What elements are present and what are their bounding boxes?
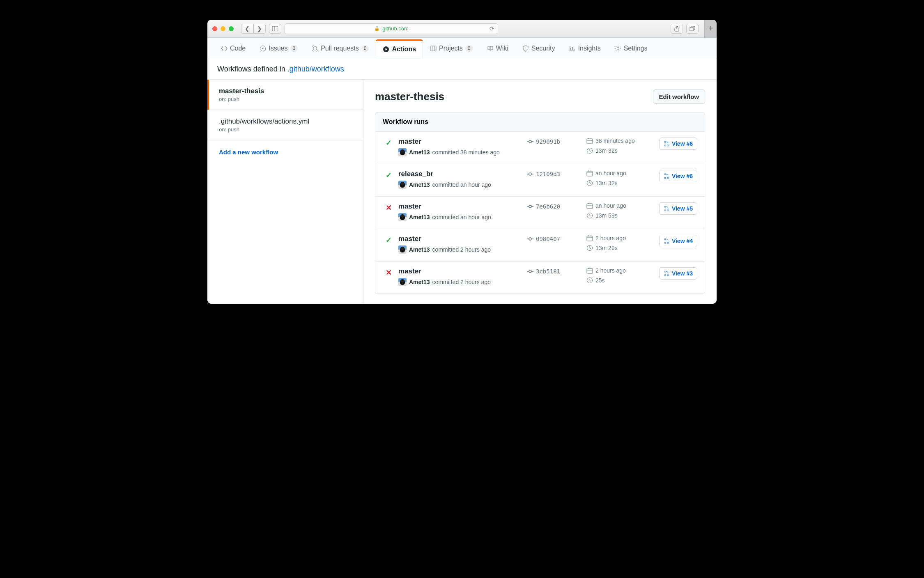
author-link[interactable]: Amet13 — [409, 181, 430, 188]
avatar[interactable] — [398, 213, 407, 221]
svg-point-36 — [667, 177, 669, 179]
graph-icon — [569, 45, 576, 52]
branch-name[interactable]: master — [398, 235, 523, 243]
workflow-title: master-thesis — [375, 90, 444, 103]
svg-rect-29 — [587, 171, 593, 176]
sidebar-workflow-sub: on: push — [219, 126, 353, 133]
traffic-lights — [212, 26, 234, 31]
avatar[interactable] — [398, 245, 407, 254]
svg-point-58 — [667, 242, 669, 244]
run-info: release_br Amet13 committed an hour ago — [398, 170, 523, 189]
add-workflow-link[interactable]: Add a new workflow — [207, 140, 363, 164]
tab-insights-label: Insights — [578, 45, 601, 52]
commit-sha[interactable]: 7e6b620 — [527, 203, 582, 210]
author-link[interactable]: Amet13 — [409, 279, 430, 285]
svg-point-56 — [664, 239, 666, 240]
branch-name[interactable]: master — [398, 138, 523, 146]
tab-pulls[interactable]: Pull requests 0 — [305, 39, 376, 57]
svg-point-6 — [262, 48, 264, 49]
svg-point-9 — [316, 50, 317, 51]
lock-icon: 🔒 — [374, 26, 380, 31]
workflow-run-row: ✓ master Amet13 committed 2 hours ago 09… — [375, 229, 705, 261]
svg-point-15 — [529, 140, 531, 143]
projects-count: 0 — [465, 45, 473, 52]
svg-point-46 — [664, 210, 666, 211]
code-icon — [221, 45, 228, 52]
svg-point-34 — [664, 174, 666, 175]
sidebar-workflow-title: master-thesis — [219, 87, 353, 95]
run-duration: 13m 59s — [586, 212, 644, 219]
tab-wiki[interactable]: Wiki — [480, 39, 515, 57]
sidebar-toggle-button[interactable] — [269, 24, 281, 34]
status-success-icon: ✓ — [383, 138, 394, 147]
view-run-button[interactable]: View #3 — [659, 267, 697, 280]
forward-button[interactable]: ❯ — [253, 24, 266, 34]
tab-actions[interactable]: Actions — [376, 39, 423, 58]
branch-name[interactable]: master — [398, 202, 523, 211]
tab-projects[interactable]: Projects 0 — [423, 39, 480, 57]
run-queued-time: an hour ago — [586, 202, 644, 209]
tab-settings[interactable]: Settings — [608, 39, 655, 57]
view-run-button[interactable]: View #5 — [659, 202, 697, 215]
svg-point-14 — [617, 48, 619, 50]
url-bar[interactable]: 🔒 github.com ⟳ — [285, 23, 498, 34]
svg-rect-62 — [587, 268, 593, 273]
back-button[interactable]: ❮ — [241, 24, 253, 34]
zoom-window-button[interactable] — [229, 26, 234, 31]
svg-point-23 — [664, 141, 666, 143]
workflows-breadcrumb: Workflows defined in .github/workflows — [207, 59, 717, 80]
tab-code[interactable]: Code — [214, 39, 253, 57]
content-area: master-thesis on: push .github/workflows… — [207, 80, 717, 304]
avatar[interactable] — [398, 278, 407, 286]
view-run-button[interactable]: View #6 — [659, 170, 697, 182]
minimize-window-button[interactable] — [221, 26, 225, 31]
share-button[interactable] — [671, 24, 683, 34]
tab-issues[interactable]: Issues 0 — [253, 39, 305, 57]
svg-rect-40 — [587, 204, 593, 209]
edit-workflow-button[interactable]: Edit workflow — [653, 89, 706, 104]
tabs-button[interactable] — [686, 24, 699, 34]
workflow-runs-box: Workflow runs ✓ master Amet13 committed … — [375, 112, 705, 294]
run-duration: 13m 29s — [586, 245, 644, 251]
tab-security[interactable]: Security — [515, 39, 562, 57]
author-link[interactable]: Amet13 — [409, 246, 430, 253]
run-duration: 25s — [586, 277, 644, 284]
project-icon — [430, 45, 437, 52]
url-host: github.com — [382, 25, 409, 32]
svg-point-26 — [529, 173, 531, 175]
commit-line: Amet13 committed 2 hours ago — [398, 278, 523, 286]
svg-point-7 — [313, 46, 314, 47]
author-link[interactable]: Amet13 — [409, 214, 430, 220]
avatar[interactable] — [398, 181, 407, 189]
reload-button[interactable]: ⟳ — [490, 25, 494, 32]
committed-text: committed 2 hours ago — [432, 279, 491, 285]
sidebar-workflow-item[interactable]: master-thesis on: push — [207, 80, 363, 110]
branch-name[interactable]: master — [398, 267, 523, 275]
tab-insights[interactable]: Insights — [562, 39, 608, 57]
sidebar-workflow-item[interactable]: .github/workflows/actions.yml on: push — [207, 110, 363, 140]
commit-sha[interactable]: 3cb5181 — [527, 268, 582, 275]
run-queued-time: an hour ago — [586, 170, 644, 177]
svg-point-57 — [664, 242, 666, 244]
commit-sha[interactable]: 0980407 — [527, 236, 582, 242]
run-timing: 38 minutes ago 13m 32s — [586, 138, 644, 157]
view-run-button[interactable]: View #4 — [659, 235, 697, 247]
svg-rect-4 — [690, 28, 694, 31]
svg-point-67 — [664, 271, 666, 273]
run-timing: 2 hours ago 25s — [586, 267, 644, 287]
author-link[interactable]: Amet13 — [409, 149, 430, 156]
svg-point-24 — [664, 145, 666, 147]
view-run-button[interactable]: View #6 — [659, 138, 697, 150]
commit-sha[interactable]: 12109d3 — [527, 171, 582, 177]
tab-actions-label: Actions — [392, 46, 416, 53]
commit-sha[interactable]: 929091b — [527, 138, 582, 145]
new-tab-button[interactable]: + — [704, 20, 717, 38]
workflows-path-link[interactable]: .github/workflows — [287, 65, 344, 73]
svg-point-48 — [529, 238, 531, 240]
close-window-button[interactable] — [212, 26, 217, 31]
avatar[interactable] — [398, 148, 407, 156]
book-icon — [487, 45, 494, 52]
run-info: master Amet13 committed an hour ago — [398, 202, 523, 221]
branch-name[interactable]: release_br — [398, 170, 523, 178]
status-failure-icon: ✕ — [383, 203, 394, 212]
